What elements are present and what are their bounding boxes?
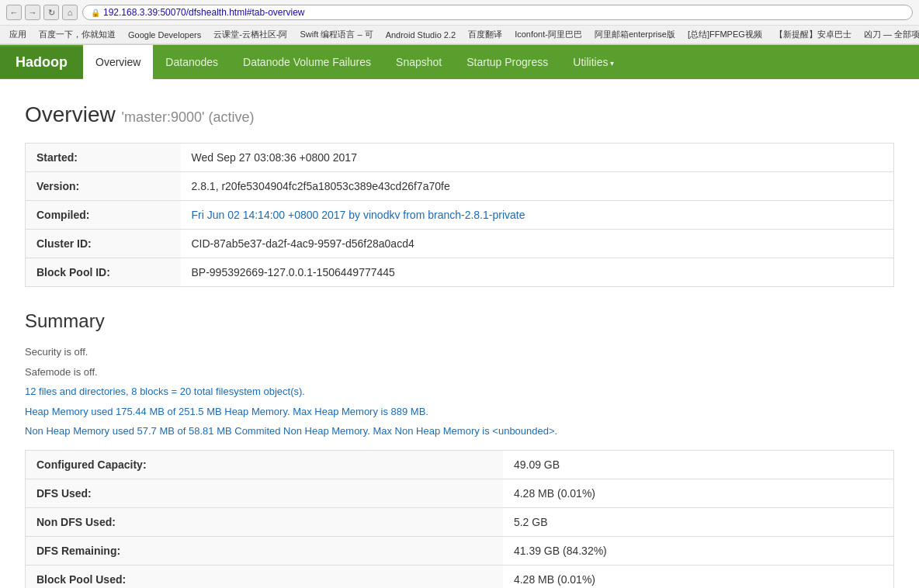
overview-table: Started:Wed Sep 27 03:08:36 +0800 2017Ve… <box>25 143 894 287</box>
address-bar[interactable]: 🔒 192.168.3.39:50070/dfshealth.html#tab-… <box>82 5 913 20</box>
row-label: DFS Used: <box>26 479 503 507</box>
hadoop-brand: Hadoop <box>0 47 83 78</box>
table-row: Block Pool Used:4.28 MB (0.01%) <box>26 565 894 588</box>
browser-toolbar: ← → ↻ ⌂ 🔒 192.168.3.39:50070/dfshealth.h… <box>0 0 919 26</box>
nav-items: OverviewDatanodesDatanode Volume Failure… <box>83 45 626 79</box>
nav-item-snapshot[interactable]: Snapshot <box>383 45 454 79</box>
nav-item-utilities[interactable]: Utilities <box>560 45 626 79</box>
row-label: Block Pool Used: <box>26 565 503 588</box>
row-value: BP-995392669-127.0.0.1-1506449777445 <box>181 258 894 287</box>
summary-line[interactable]: 12 files and directories, 8 blocks = 20 … <box>25 384 894 399</box>
row-value: 41.39 GB (84.32%) <box>503 536 894 565</box>
nav-buttons[interactable]: ← → ↻ ⌂ <box>6 5 78 20</box>
nav-item-startup-progress[interactable]: Startup Progress <box>454 45 560 79</box>
row-label: Block Pool ID: <box>26 258 181 287</box>
row-value: 2.8.1, r20fe5304904fc2f5a18053c389e43cd2… <box>181 172 894 201</box>
bookmarks-bar: 应用百度一下，你就知道Google Developers云课堂-云栖社区-阿Sw… <box>0 26 919 44</box>
hadoop-nav: Hadoop OverviewDatanodesDatanode Volume … <box>0 45 919 79</box>
table-row: DFS Remaining:41.39 GB (84.32%) <box>26 536 894 565</box>
bookmark-item[interactable]: 百度翻译 <box>465 28 505 41</box>
row-label: Started: <box>26 144 181 172</box>
table-row: Cluster ID:CID-87ab5e37-da2f-4ac9-9597-d… <box>26 230 894 258</box>
row-label: Cluster ID: <box>26 230 181 258</box>
row-label: Configured Capacity: <box>26 450 503 479</box>
summary-lines: Security is off.Safemode is off.12 files… <box>25 344 894 439</box>
lock-icon: 🔒 <box>91 9 100 17</box>
summary-line[interactable]: Non Heap Memory used 57.7 MB of 58.81 MB… <box>25 424 894 439</box>
row-value: 4.28 MB (0.01%) <box>503 479 894 507</box>
summary-title: Summary <box>25 310 894 332</box>
summary-line: Safemode is off. <box>25 365 894 380</box>
bookmark-item[interactable]: 凶刀 — 全部项目 <box>861 28 919 41</box>
bookmark-item[interactable]: Android Studio 2.2 <box>383 29 460 40</box>
table-row: Configured Capacity:49.09 GB <box>26 450 894 479</box>
table-row: DFS Used:4.28 MB (0.01%) <box>26 479 894 507</box>
bookmark-item[interactable]: 阿里邮箱enterprise版 <box>591 28 678 41</box>
table-row: Non DFS Used:5.2 GB <box>26 507 894 536</box>
browser-chrome: ← → ↻ ⌂ 🔒 192.168.3.39:50070/dfshealth.h… <box>0 0 919 45</box>
refresh-button[interactable]: ↻ <box>43 5 59 20</box>
row-value: 4.28 MB (0.01%) <box>503 565 894 588</box>
nav-item-datanodes[interactable]: Datanodes <box>153 45 231 79</box>
row-label: Version: <box>26 172 181 201</box>
table-row: Started:Wed Sep 27 03:08:36 +0800 2017 <box>26 144 894 172</box>
table-row: Block Pool ID:BP-995392669-127.0.0.1-150… <box>26 258 894 287</box>
row-value: 5.2 GB <box>503 507 894 536</box>
row-label: Compiled: <box>26 201 181 230</box>
nav-item-overview[interactable]: Overview <box>83 45 153 79</box>
main-content: Overview 'master:9000' (active) Started:… <box>9 79 910 588</box>
nav-item-datanode-volume-failures[interactable]: Datanode Volume Failures <box>231 45 383 79</box>
bookmark-item[interactable]: [总结]FFMPEG视频 <box>685 28 765 41</box>
row-label: Non DFS Used: <box>26 507 503 536</box>
page-title: Overview 'master:9000' (active) <box>25 102 894 127</box>
bookmark-item[interactable]: Iconfont-阿里巴巴 <box>512 28 585 41</box>
summary-line[interactable]: Heap Memory used 175.44 MB of 251.5 MB H… <box>25 404 894 420</box>
bookmark-item[interactable]: 云课堂-云栖社区-阿 <box>210 28 290 41</box>
bookmark-item[interactable]: Swift 编程语言 – 可 <box>297 28 376 41</box>
home-button[interactable]: ⌂ <box>62 5 78 20</box>
row-value: Wed Sep 27 03:08:36 +0800 2017 <box>181 144 894 172</box>
table-row: Version:2.8.1, r20fe5304904fc2f5a18053c3… <box>26 172 894 201</box>
summary-table: Configured Capacity:49.09 GBDFS Used:4.2… <box>25 450 894 589</box>
forward-button[interactable]: → <box>25 5 40 20</box>
address-text: 192.168.3.39:50070/dfshealth.html#tab-ov… <box>103 7 305 18</box>
table-row: Compiled:Fri Jun 02 14:14:00 +0800 2017 … <box>26 201 894 230</box>
bookmark-item[interactable]: 百度一下，你就知道 <box>36 28 119 41</box>
row-value[interactable]: Fri Jun 02 14:14:00 +0800 2017 by vinodk… <box>181 201 894 230</box>
bookmark-item[interactable]: Google Developers <box>125 29 204 40</box>
row-label: DFS Remaining: <box>26 536 503 565</box>
row-value: 49.09 GB <box>503 450 894 479</box>
bookmark-item[interactable]: 应用 <box>6 28 29 41</box>
back-button[interactable]: ← <box>6 5 22 20</box>
summary-line: Security is off. <box>25 344 894 360</box>
bookmark-item[interactable]: 【新提醒】安卓巴士 <box>772 28 855 41</box>
row-value: CID-87ab5e37-da2f-4ac9-9597-d56f28a0acd4 <box>181 230 894 258</box>
